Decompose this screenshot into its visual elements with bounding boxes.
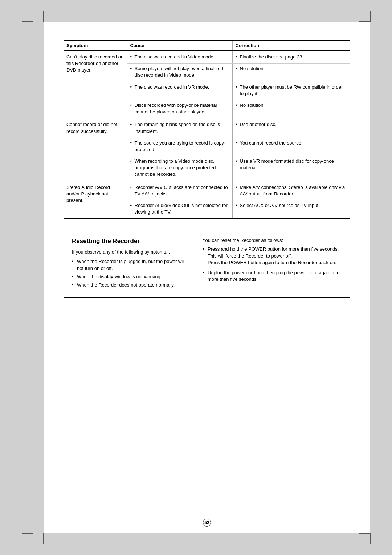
reset-bullet-1-line1: Press and hold the POWER button for more… bbox=[208, 246, 339, 258]
cause-cell-1-3: The disc was recorded in VR mode. bbox=[127, 82, 232, 100]
cause-cell-1-1: The disc was recorded in Video mode. bbox=[127, 51, 232, 64]
list-item: Recorder Audio/Video Out is not selected… bbox=[130, 202, 229, 215]
list-item: Recorder A/V Out jacks are not connected… bbox=[130, 184, 229, 197]
header-symptom: Symptom bbox=[64, 40, 127, 51]
header-cause: Cause bbox=[127, 40, 232, 51]
cause-cell-1-2: Some players will not play even a finali… bbox=[127, 64, 232, 82]
cause-cell-1-4: Discs recorded with copy-once material c… bbox=[127, 100, 232, 118]
correction-cell-2-3: Use a VR mode formatted disc for copy-on… bbox=[232, 156, 350, 181]
list-item: No solution. bbox=[236, 102, 348, 109]
correction-cell-1-3: The other player must be RW compatible i… bbox=[232, 82, 350, 100]
correction-cell-2-2: You cannot record the source. bbox=[232, 138, 350, 156]
list-item: Use another disc. bbox=[236, 121, 348, 128]
list-item: When the Recorder does not operate norma… bbox=[72, 282, 192, 288]
header-correction: Correction bbox=[232, 40, 350, 51]
table-row: Cannot record or did not record successf… bbox=[64, 118, 350, 138]
reset-right-column: You can reset the Recorder as follows: P… bbox=[203, 238, 342, 290]
corner-mark-bl-h bbox=[22, 533, 33, 534]
list-item: When recording to a Video mode disc, pro… bbox=[130, 158, 229, 178]
page-content: Symptom Cause Correction Can't play disc… bbox=[44, 22, 370, 533]
corner-mark-br-h bbox=[359, 533, 370, 534]
list-item: No solution. bbox=[236, 65, 348, 72]
troubleshooting-table: Symptom Cause Correction Can't play disc… bbox=[64, 40, 350, 219]
corner-mark-tl-v bbox=[43, 11, 44, 22]
reset-left-column: Resetting the Recorder If you observe an… bbox=[72, 238, 192, 290]
cause-cell-2-1: The remaining blank space on the disc is… bbox=[127, 118, 232, 138]
page-number: 52 bbox=[203, 519, 211, 527]
correction-cell-2-1: Use another disc. bbox=[232, 118, 350, 138]
reset-left-list: When the Recorder is plugged in, but the… bbox=[72, 258, 192, 288]
cause-cell-2-3: When recording to a Video mode disc, pro… bbox=[127, 156, 232, 181]
list-item: When the Recorder is plugged in, but the… bbox=[72, 258, 192, 271]
list-item: The disc was recorded in VR mode. bbox=[130, 84, 229, 90]
corner-mark-br-v bbox=[370, 533, 371, 544]
cause-cell-3-2: Recorder Audio/Video Out is not selected… bbox=[127, 200, 232, 219]
list-item: The source you are trying to record is c… bbox=[130, 140, 229, 153]
symptom-cell-3: Stereo Audio Record and/or Playback not … bbox=[64, 181, 127, 219]
list-item: The disc was recorded in Video mode. bbox=[130, 54, 229, 60]
list-item: Press and hold the POWER button for more… bbox=[203, 246, 342, 266]
correction-cell-3-1: Make A/V connections. Stereo is availabl… bbox=[232, 181, 350, 200]
correction-cell-3-2: Select AUX or A/V source as TV input. bbox=[232, 200, 350, 219]
cause-cell-2-2: The source you are trying to record is c… bbox=[127, 138, 232, 156]
cause-cell-3-1: Recorder A/V Out jacks are not connected… bbox=[127, 181, 232, 200]
correction-cell-1-1: Finalize the disc; see page 23. bbox=[232, 51, 350, 64]
table-row: Stereo Audio Record and/or Playback not … bbox=[64, 181, 350, 200]
list-item: Discs recorded with copy-once material c… bbox=[130, 102, 229, 115]
list-item: The remaining blank space on the disc is… bbox=[130, 121, 229, 134]
symptom-cell-2: Cannot record or did not record successf… bbox=[64, 118, 127, 181]
list-item: Make A/V connections. Stereo is availabl… bbox=[236, 184, 348, 197]
correction-cell-1-4: No solution. bbox=[232, 100, 350, 118]
list-item: Some players will not play even a finali… bbox=[130, 65, 229, 78]
list-item: Unplug the power cord and then plug the … bbox=[203, 270, 342, 283]
list-item: You cannot record the source. bbox=[236, 140, 348, 146]
correction-cell-1-2: No solution. bbox=[232, 64, 350, 82]
table-row: Can't play disc recorded on this Recorde… bbox=[64, 51, 350, 64]
reset-right-intro: You can reset the Recorder as follows: bbox=[203, 238, 342, 243]
corner-mark-tr-v bbox=[370, 11, 371, 22]
list-item: When the display window is not working. bbox=[72, 274, 192, 280]
list-item: Select AUX or A/V source as TV input. bbox=[236, 202, 348, 209]
reset-section: Resetting the Recorder If you observe an… bbox=[64, 230, 350, 298]
list-item: The other player must be RW compatible i… bbox=[236, 84, 348, 97]
list-item: Finalize the disc; see page 23. bbox=[236, 54, 348, 60]
reset-title: Resetting the Recorder bbox=[72, 238, 192, 245]
symptom-cell-1: Can't play disc recorded on this Recorde… bbox=[64, 51, 127, 118]
list-item: Use a VR mode formatted disc for copy-on… bbox=[236, 158, 348, 171]
reset-left-intro: If you observe any of the following symp… bbox=[72, 249, 192, 255]
corner-mark-tl-h bbox=[22, 21, 33, 22]
reset-bullet-1-line2: Press the POWER button again to turn the… bbox=[208, 260, 336, 265]
corner-mark-bl-v bbox=[43, 533, 44, 544]
reset-right-list: Press and hold the POWER button for more… bbox=[203, 246, 342, 283]
